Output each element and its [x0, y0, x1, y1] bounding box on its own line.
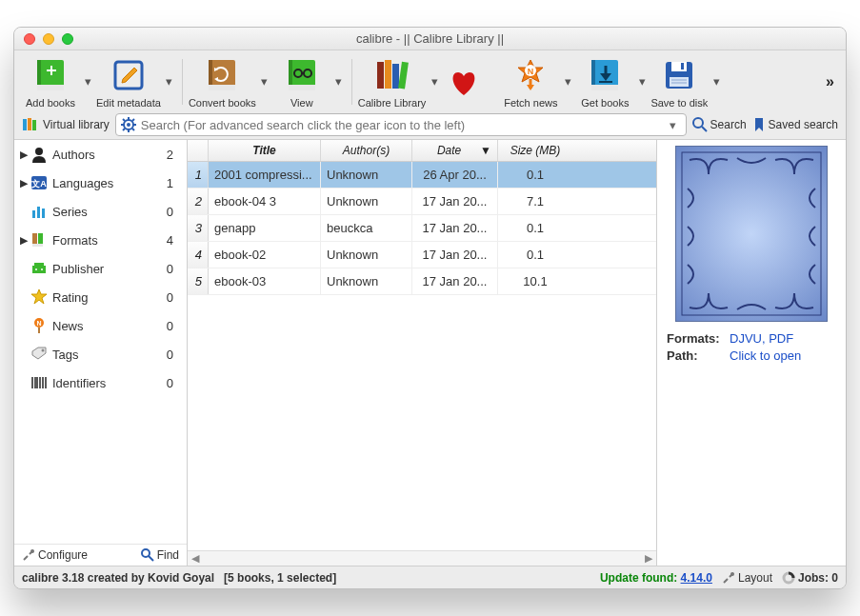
table-row[interactable]: 12001 compressi...Unknown26 Apr 20...0.1	[188, 162, 656, 189]
update-link[interactable]: 4.14.0	[681, 571, 712, 585]
book-cover[interactable]	[675, 146, 828, 322]
cell-authors: Unknown	[321, 162, 412, 188]
news-icon: N	[30, 316, 49, 335]
svg-rect-40	[32, 120, 36, 130]
svg-line-48	[132, 129, 134, 130]
cell-index: 4	[188, 242, 209, 268]
convert-books-icon	[201, 54, 243, 96]
convert-books-button[interactable]: Convert books	[189, 54, 256, 109]
saved-search-button[interactable]: Saved search	[752, 117, 838, 132]
table-row[interactable]: 5ebook-03Unknown17 Jan 20...10.1	[188, 268, 656, 295]
sidebar-item-rating[interactable]: Rating0	[14, 283, 187, 311]
tag-browser-list: ▶Authors2▶文ALanguages1Series0▶Formats4Pu…	[14, 140, 187, 544]
view-dropdown[interactable]: ▾	[332, 61, 346, 103]
add-books-icon	[30, 54, 71, 96]
calibre-library-dropdown[interactable]: ▾	[428, 61, 441, 103]
gear-icon[interactable]	[120, 116, 137, 133]
table-row[interactable]: 3genappbeuckca17 Jan 20...0.1	[188, 215, 656, 242]
sidebar-item-languages[interactable]: ▶文ALanguages1	[14, 169, 187, 197]
search-row: Virtual library ▾ Search Saved search	[14, 110, 846, 140]
scroll-left-icon[interactable]: ◀	[188, 552, 203, 565]
column-size[interactable]: Size (MB)	[498, 140, 572, 161]
sidebar-item-news[interactable]: NNews0	[14, 311, 187, 340]
cell-date: 17 Jan 20...	[412, 215, 498, 241]
table-header: Title Author(s) Date ▼ Size (MB)	[188, 140, 656, 162]
view-button[interactable]: View	[273, 54, 330, 109]
table-row[interactable]: 2ebook-04 3Unknown17 Jan 20...7.1	[188, 189, 656, 215]
add-books-dropdown[interactable]: ▾	[81, 61, 94, 103]
get-books-button[interactable]: Get books	[576, 54, 633, 109]
edit-metadata-dropdown[interactable]: ▾	[163, 61, 176, 103]
svg-text:N: N	[528, 67, 534, 76]
expand-icon: ▶	[18, 234, 30, 247]
languages-icon: 文A	[30, 173, 49, 192]
book-details-panel: Formats: DJVU, PDF Path: Click to open	[657, 140, 846, 566]
svg-point-51	[693, 118, 703, 128]
sidebar-item-publisher[interactable]: Publisher0	[14, 254, 187, 283]
search-dropdown-icon[interactable]: ▾	[665, 116, 682, 133]
layout-label: Layout	[738, 571, 772, 585]
jobs-button[interactable]: Jobs: 0	[782, 571, 838, 585]
expand-icon: ▶	[18, 177, 30, 189]
horizontal-scrollbar[interactable]: ◀ ▶	[188, 550, 656, 566]
cell-title: ebook-02	[209, 242, 321, 268]
convert-books-label: Convert books	[189, 97, 256, 109]
add-books-button[interactable]: Add books	[22, 54, 79, 109]
svg-rect-58	[42, 209, 45, 218]
sidebar-item-count: 0	[167, 290, 179, 305]
virtual-library-button[interactable]: Virtual library	[22, 117, 110, 132]
cell-index: 2	[188, 189, 209, 214]
formats-value[interactable]: DJVU, PDF	[730, 331, 793, 346]
search-icon	[141, 548, 154, 562]
svg-line-50	[132, 119, 134, 121]
svg-line-47	[123, 119, 125, 121]
sidebar-item-identifiers[interactable]: Identifiers0	[14, 368, 187, 397]
layout-button[interactable]: Layout	[722, 571, 772, 585]
sidebar-item-label: Formats	[52, 233, 167, 248]
table-row[interactable]: 4ebook-02Unknown17 Jan 20...0.1	[188, 242, 656, 268]
column-title[interactable]: Title	[209, 140, 321, 161]
svg-rect-61	[32, 244, 43, 247]
svg-rect-19	[392, 64, 399, 89]
fetch-news-icon: N	[510, 54, 551, 96]
scroll-right-icon[interactable]: ▶	[641, 552, 656, 565]
configure-button[interactable]: Configure	[22, 548, 88, 562]
save-to-disk-button[interactable]: Save to disk	[650, 54, 708, 109]
series-icon	[30, 202, 49, 221]
save-to-disk-dropdown[interactable]: ▾	[710, 61, 723, 103]
column-date-label: Date	[418, 144, 480, 157]
find-button[interactable]: Find	[141, 548, 179, 562]
column-date[interactable]: Date ▼	[412, 140, 498, 161]
sidebar-item-formats[interactable]: ▶Formats4	[14, 226, 187, 254]
svg-line-52	[702, 127, 707, 131]
sidebar-item-count: 2	[167, 148, 179, 162]
fetch-news-dropdown[interactable]: ▾	[561, 61, 574, 103]
sidebar-item-label: Rating	[52, 290, 167, 305]
column-authors[interactable]: Author(s)	[321, 140, 412, 161]
column-index[interactable]	[188, 140, 209, 161]
sidebar-item-tags[interactable]: Tags0	[14, 340, 187, 368]
svg-point-70	[42, 349, 45, 352]
edit-metadata-icon	[108, 54, 150, 96]
svg-rect-10	[209, 85, 235, 90]
svg-rect-20	[398, 62, 409, 89]
formats-label: Formats:	[667, 331, 730, 346]
saved-search-label: Saved search	[769, 118, 838, 131]
fetch-news-button[interactable]: N Fetch news	[502, 54, 559, 109]
edit-metadata-button[interactable]: Edit metadata	[96, 54, 161, 109]
sidebar-item-series[interactable]: Series0	[14, 197, 187, 226]
toolbar-overflow-icon[interactable]: »	[826, 73, 838, 90]
search-input[interactable]	[137, 115, 665, 134]
cell-date: 17 Jan 20...	[412, 242, 498, 268]
get-books-dropdown[interactable]: ▾	[635, 61, 649, 103]
path-value[interactable]: Click to open	[730, 348, 801, 363]
svg-point-42	[127, 123, 130, 127]
app-window: calibre - || Calibre Library || Add book…	[13, 27, 847, 589]
search-button[interactable]: Search	[692, 117, 747, 132]
sidebar-item-count: 4	[167, 233, 179, 248]
convert-books-dropdown[interactable]: ▾	[258, 61, 271, 103]
sidebar-item-authors[interactable]: ▶Authors2	[14, 140, 187, 169]
calibre-library-button[interactable]: Calibre Library	[358, 54, 427, 109]
configure-label: Configure	[38, 548, 88, 562]
donate-button[interactable]	[443, 61, 485, 103]
